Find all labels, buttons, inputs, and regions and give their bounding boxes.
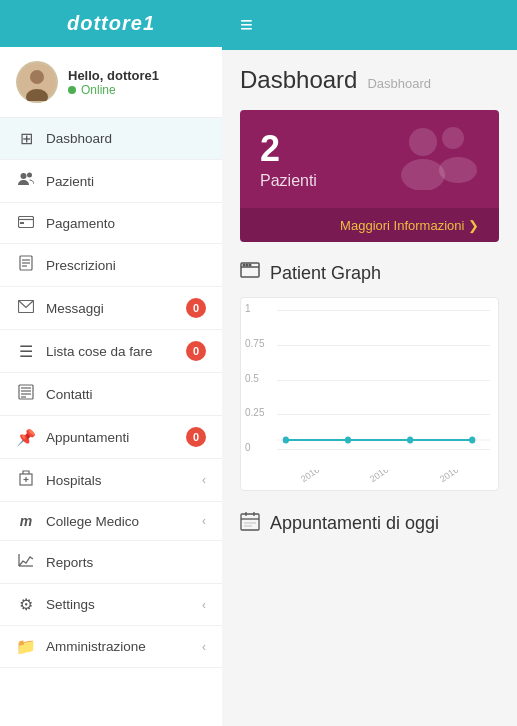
- sidebar-item-label: Pazienti: [46, 174, 206, 189]
- messaggi-badge: 0: [186, 298, 206, 318]
- appointments-section: Appuntamenti di oggi: [240, 511, 499, 536]
- sidebar-item-lista[interactable]: ☰ Lista cose da fare 0: [0, 330, 222, 373]
- sidebar-item-label: Amministrazione: [46, 639, 202, 654]
- chart-svg: [277, 310, 490, 450]
- stat-number: 2: [260, 128, 479, 170]
- status-dot: [68, 86, 76, 94]
- appointments-title: Appuntamenti di oggi: [270, 513, 439, 534]
- user-status: Online: [68, 83, 159, 97]
- reports-icon: [16, 552, 36, 572]
- sidebar-item-settings[interactable]: ⚙ Settings ‹: [0, 584, 222, 626]
- sidebar-item-reports[interactable]: Reports: [0, 541, 222, 584]
- svg-point-35: [407, 437, 413, 444]
- sidebar-item-label: Dasbhoard: [46, 131, 206, 146]
- settings-chevron-icon: ‹: [202, 598, 206, 612]
- user-section: Hello, dottore1 Online: [0, 47, 222, 118]
- sidebar-item-dasbhoard[interactable]: ⊞ Dasbhoard: [0, 118, 222, 160]
- sidebar-item-label: Settings: [46, 597, 202, 612]
- appointments-icon: [240, 511, 260, 536]
- gridline-label-1: 1: [245, 303, 251, 314]
- pazienti-icon: [16, 171, 36, 191]
- lista-badge: 0: [186, 341, 206, 361]
- lista-icon: ☰: [16, 342, 36, 361]
- sidebar-item-pagamento[interactable]: Pagamento: [0, 203, 222, 244]
- main-content-area: ≡ Dasbhoard Dasbhoard 2 Pazienti Maggior…: [222, 0, 517, 726]
- sidebar-item-college[interactable]: m College Medico ‹: [0, 502, 222, 541]
- brand-logo: dottore1: [67, 12, 155, 34]
- hamburger-icon[interactable]: ≡: [240, 12, 253, 38]
- sidebar-item-label: Pagamento: [46, 216, 206, 231]
- gridline-label-0: 0: [245, 442, 251, 453]
- sidebar-item-hospitals[interactable]: Hospitals ‹: [0, 459, 222, 502]
- patient-graph-title: Patient Graph: [270, 263, 381, 284]
- hospitals-chevron-icon: ‹: [202, 473, 206, 487]
- stat-label: Pazienti: [260, 172, 479, 190]
- svg-point-34: [345, 437, 351, 444]
- amministrazione-chevron-icon: ‹: [202, 640, 206, 654]
- college-chevron-icon: ‹: [202, 514, 206, 528]
- page-subtitle: Dasbhoard: [367, 76, 431, 91]
- svg-point-33: [283, 437, 289, 444]
- x-label-1: 2016-04-12: [299, 470, 342, 484]
- sidebar-item-contatti[interactable]: Contatti: [0, 373, 222, 416]
- contatti-icon: [16, 384, 36, 404]
- sidebar-item-amministrazione[interactable]: 📁 Amministrazione ‹: [0, 626, 222, 668]
- hospitals-icon: [16, 470, 36, 490]
- amministrazione-icon: 📁: [16, 637, 36, 656]
- avatar: [16, 61, 58, 103]
- sidebar: dottore1 Hello, dottore1 Online ⊞ Dasbho…: [0, 0, 222, 726]
- pagamento-icon: [16, 214, 36, 232]
- messaggi-icon: [16, 299, 36, 317]
- chart-area: 1 0.75 0.5 0.25 0: [277, 310, 490, 470]
- svg-point-29: [243, 264, 245, 266]
- svg-point-1: [30, 70, 44, 84]
- sidebar-header: dottore1: [0, 0, 222, 47]
- dasbhoard-icon: ⊞: [16, 129, 36, 148]
- gridline-label-075: 0.75: [245, 338, 264, 349]
- sidebar-item-label: Messaggi: [46, 301, 186, 316]
- maggiori-info-link[interactable]: Maggiori Informazioni ❯: [340, 218, 479, 233]
- prescrizioni-icon: [16, 255, 36, 275]
- sidebar-item-label: Lista cose da fare: [46, 344, 186, 359]
- status-label: Online: [81, 83, 116, 97]
- svg-rect-37: [241, 514, 259, 530]
- sidebar-item-messaggi[interactable]: Messaggi 0: [0, 287, 222, 330]
- sidebar-item-label: Reports: [46, 555, 206, 570]
- svg-point-4: [27, 173, 32, 178]
- page-title: Dasbhoard: [240, 66, 357, 94]
- user-info: Hello, dottore1 Online: [68, 68, 159, 97]
- sidebar-item-appuntamenti[interactable]: 📌 Appuntamenti 0: [0, 416, 222, 459]
- appuntamenti-badge: 0: [186, 427, 206, 447]
- patient-graph-chart: 1 0.75 0.5 0.25 0: [240, 297, 499, 491]
- x-label-3: 2016-04...: [438, 470, 477, 484]
- settings-icon: ⚙: [16, 595, 36, 614]
- stat-card-footer: Maggiori Informazioni ❯: [240, 208, 499, 242]
- sidebar-item-label: Hospitals: [46, 473, 202, 488]
- graph-icon: [240, 262, 260, 285]
- gridline-label-025: 0.25: [245, 407, 264, 418]
- main-content: Dasbhoard Dasbhoard 2 Pazienti Maggiori …: [222, 50, 517, 726]
- college-icon: m: [16, 513, 36, 529]
- sidebar-item-label: Prescrizioni: [46, 258, 206, 273]
- svg-point-31: [249, 264, 251, 266]
- sidebar-item-prescrizioni[interactable]: Prescrizioni: [0, 244, 222, 287]
- top-bar: ≡: [222, 0, 517, 50]
- x-label-2: 2016-04-13: [368, 470, 411, 484]
- appuntamenti-icon: 📌: [16, 428, 36, 447]
- svg-point-30: [246, 264, 248, 266]
- gridline-label-05: 0.5: [245, 373, 259, 384]
- sidebar-item-label: Contatti: [46, 387, 206, 402]
- svg-point-36: [469, 437, 475, 444]
- patient-graph-title-row: Patient Graph: [240, 262, 499, 285]
- sidebar-item-label: College Medico: [46, 514, 202, 529]
- chart-x-labels: 2016-04-12 2016-04-13 2016-04...: [277, 470, 490, 486]
- sidebar-item-pazienti[interactable]: Pazienti: [0, 160, 222, 203]
- sidebar-item-label: Appuntamenti: [46, 430, 186, 445]
- breadcrumb: Dasbhoard Dasbhoard: [240, 66, 499, 94]
- svg-point-3: [21, 173, 27, 179]
- stat-card-pazienti: 2 Pazienti Maggiori Informazioni ❯: [240, 110, 499, 242]
- user-name: Hello, dottore1: [68, 68, 159, 83]
